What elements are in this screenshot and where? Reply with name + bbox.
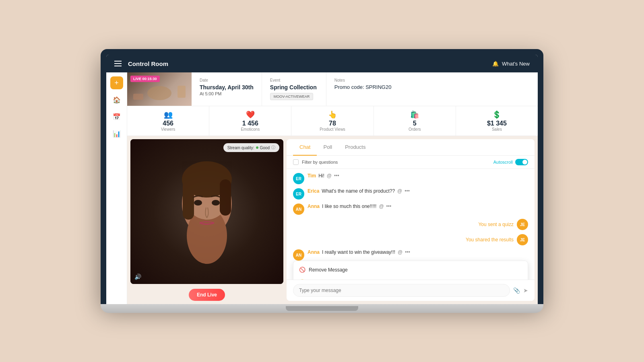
svg-point-6 [194, 200, 202, 206]
date-value: Thursday, April 30th [200, 84, 254, 90]
msg-dots-anna-giveaway[interactable]: ••• [405, 249, 410, 255]
quality-dot [256, 146, 258, 149]
live-badge: LIVE 00:15:30 [130, 76, 160, 82]
stat-viewers: 👥 456 Viewers [127, 106, 209, 136]
msg-name-anna-1: Anna [308, 204, 320, 209]
system-quiz-row: You sent a quizz JE [293, 219, 528, 230]
filter-checkbox[interactable] [293, 159, 299, 165]
add-button[interactable]: + [110, 76, 123, 89]
orders-icon: 🛍️ [410, 110, 419, 119]
sidebar-chart-icon[interactable]: 📊 [110, 127, 123, 140]
msg-content-tim: Tim Hi! @ ••• [308, 173, 339, 179]
hamburger-menu-icon[interactable] [114, 61, 122, 66]
message-anna-giveaway-container: AN Anna I really want to win the giveawa… [293, 249, 528, 280]
filter-questions: Filter by questions [293, 159, 338, 165]
product-views-value: 78 [329, 120, 336, 127]
msg-text-tim: Hi! [318, 173, 324, 179]
sales-value: $1 345 [487, 120, 507, 127]
tab-poll[interactable]: Poll [317, 139, 339, 156]
product-views-icon: 👆 [328, 110, 337, 119]
system-results-row: You shared the results JE [293, 234, 528, 245]
remove-label: Remove Message [309, 267, 348, 273]
stat-emoticons: ❤️ 1 456 Emoticons [209, 106, 291, 136]
notes-card: Notes Promo code: SPRING20 [326, 72, 538, 106]
stream-quality-status: Good [260, 146, 270, 150]
avatar-je-quiz: JE [517, 219, 528, 230]
message-erica: ER Erica What's the name of this product… [293, 188, 528, 200]
message-anna-1: AN Anna I like so much this one!!!!! @ •… [293, 204, 528, 215]
date-sub: At 5:00 PM [200, 91, 254, 96]
chat-tabs: Chat Poll Products [287, 139, 535, 156]
msg-dots-tim[interactable]: ••• [334, 173, 339, 179]
msg-dots-anna-1[interactable]: ••• [386, 204, 392, 209]
msg-name-tim: Tim [308, 173, 316, 179]
end-live-button[interactable]: End Live [189, 289, 225, 301]
bell-icon: 🔔 [492, 61, 499, 67]
msg-at-erica[interactable]: @ [397, 188, 402, 194]
avatar-tim: ER [293, 173, 304, 184]
stream-quality-label: Stream quality: [227, 146, 254, 150]
content: LIVE 00:15:30 Date Thursday, April 30th … [127, 72, 538, 304]
avatar-anna-1: AN [293, 204, 304, 215]
msg-content-anna-giveaway: Anna I really want to win the giveaway!!… [308, 249, 410, 255]
attachment-icon[interactable]: 📎 [513, 287, 520, 294]
system-results-text: You shared the results [466, 237, 514, 243]
notes-label: Notes [334, 78, 530, 82]
product-views-label: Product Views [320, 127, 345, 132]
info-row: LIVE 00:15:30 Date Thursday, April 30th … [127, 72, 538, 106]
autoscroll-label: Autoscroll [493, 160, 513, 165]
viewers-icon: 👥 [164, 110, 173, 119]
date-label: Date [200, 78, 254, 82]
message-input-row: 📎 ➤ [287, 280, 535, 301]
autoscroll-toggle-container: Autoscroll [493, 159, 528, 165]
stat-product-views: 👆 78 Product Views [291, 106, 374, 136]
topbar: Control Room 🔔 What's New [106, 55, 538, 72]
tab-products[interactable]: Products [339, 139, 372, 156]
app: Control Room 🔔 What's New + 🏠 📅 📊 [106, 55, 538, 304]
event-label: Event [270, 78, 318, 82]
volume-button[interactable]: 🔊 [134, 274, 141, 280]
orders-value: 5 [413, 120, 417, 127]
viewers-value: 456 [163, 120, 173, 127]
topbar-left: Control Room [114, 60, 168, 67]
message-send-icons: 📎 ➤ [513, 287, 528, 294]
emoticons-icon: ❤️ [246, 110, 255, 119]
msg-dots-erica[interactable]: ••• [405, 188, 410, 194]
page-title: Control Room [128, 60, 168, 67]
sales-label: Sales [492, 127, 502, 132]
context-remove-message[interactable]: 🚫 Remove Message [293, 263, 528, 276]
msg-at-tim[interactable]: @ [327, 173, 332, 179]
stream-quality-badge: Stream quality: Good ⓘ [223, 143, 279, 152]
autoscroll-toggle[interactable] [515, 159, 528, 165]
avatar-erica: ER [293, 188, 304, 200]
event-card: Event Spring Collection MOOV-ACTIVEWEAR [262, 72, 326, 106]
video-person [130, 139, 283, 284]
video-preview: Stream quality: Good ⓘ 🔊 [130, 139, 283, 284]
video-container: Stream quality: Good ⓘ 🔊 End Live [130, 139, 283, 301]
msg-content-anna-1: Anna I like so much this one!!!!! @ ••• [308, 204, 391, 209]
msg-at-anna-1[interactable]: @ [379, 204, 384, 209]
stats-row: 👥 456 Viewers ❤️ 1 456 Emoticons 👆 [127, 106, 538, 136]
context-menu: 🚫 Remove Message 🏆 Notify Winner [293, 261, 528, 280]
whats-new-label[interactable]: What's New [502, 61, 530, 67]
stat-sales: 💲 $1 345 Sales [456, 106, 538, 136]
message-input[interactable] [293, 284, 510, 297]
tab-chat[interactable]: Chat [293, 139, 317, 156]
orders-label: Orders [409, 127, 421, 132]
send-icon[interactable]: ➤ [523, 287, 528, 294]
message-tim: ER Tim Hi! @ ••• [293, 173, 528, 184]
event-tag: MOOV-ACTIVEWEAR [270, 93, 314, 100]
msg-at-anna-giveaway[interactable]: @ [398, 249, 402, 255]
sidebar-home-icon[interactable]: 🏠 [110, 93, 123, 106]
sales-icon: 💲 [492, 110, 501, 119]
msg-name-anna-giveaway: Anna [308, 249, 320, 255]
context-notify-winner[interactable]: 🏆 Notify Winner [293, 276, 528, 280]
emoticons-label: Emoticons [241, 127, 260, 132]
svg-rect-4 [183, 179, 194, 220]
remove-icon: 🚫 [299, 267, 305, 273]
svg-rect-5 [220, 179, 231, 216]
sidebar-calendar-icon[interactable]: 📅 [110, 110, 123, 123]
msg-text-erica: What's the name of this product?? [322, 188, 395, 194]
laptop-base [101, 304, 543, 313]
msg-text-anna-giveaway: I really want to win the giveaway!!! [322, 249, 395, 255]
